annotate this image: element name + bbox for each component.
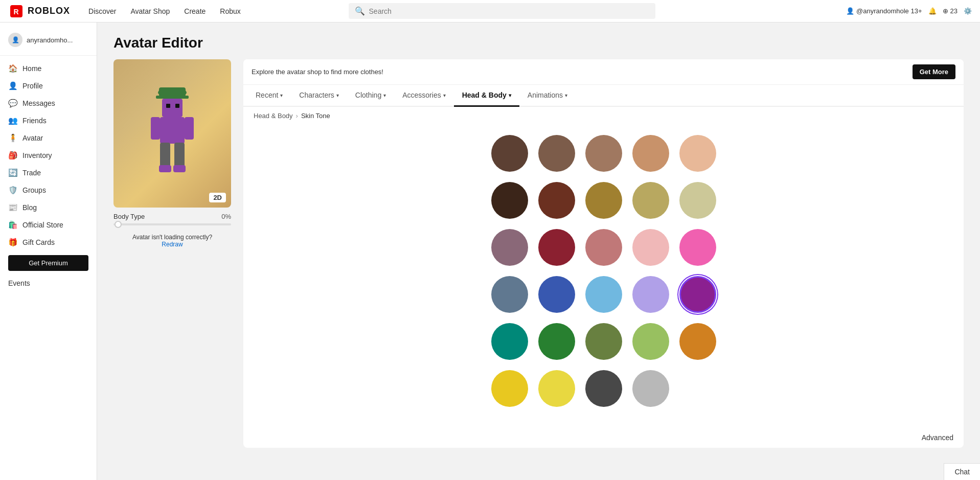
tab-recent-label: Recent xyxy=(256,91,278,99)
color-row xyxy=(264,182,943,219)
chat-button[interactable]: Chat xyxy=(944,463,980,480)
color-swatch[interactable] xyxy=(491,276,528,313)
sidebar-item-messages[interactable]: 💬 Messages xyxy=(0,95,97,112)
color-swatch[interactable] xyxy=(491,182,528,219)
color-swatch[interactable] xyxy=(538,323,575,360)
sidebar-item-blog[interactable]: 📰 Blog xyxy=(0,199,97,216)
color-row xyxy=(264,370,943,407)
sidebar-user[interactable]: 👤 anyrandomho... xyxy=(0,29,97,56)
color-swatch[interactable] xyxy=(679,229,716,266)
color-swatch[interactable] xyxy=(632,276,669,313)
color-swatch[interactable] xyxy=(491,229,528,266)
sidebar-item-trade[interactable]: 🔄 Trade xyxy=(0,164,97,181)
sidebar-blog-label: Blog xyxy=(22,203,37,212)
sidebar-item-events[interactable]: Events xyxy=(0,275,97,291)
chevron-down-icon: ▾ xyxy=(509,93,511,98)
svg-rect-7 xyxy=(175,104,179,108)
color-swatch[interactable] xyxy=(538,229,575,266)
sidebar-item-groups[interactable]: 🛡️ Groups xyxy=(0,181,97,199)
svg-rect-13 xyxy=(159,165,171,172)
advanced-row[interactable]: Advanced xyxy=(243,427,964,448)
tab-characters-label: Characters xyxy=(299,91,334,99)
search-input[interactable] xyxy=(369,7,649,15)
color-swatch[interactable] xyxy=(585,135,622,172)
tab-accessories[interactable]: Accessories ▾ xyxy=(394,85,453,107)
color-swatch[interactable] xyxy=(632,182,669,219)
tab-recent[interactable]: Recent ▾ xyxy=(247,85,291,107)
color-swatch[interactable] xyxy=(538,276,575,313)
chevron-down-icon: ▾ xyxy=(443,93,446,98)
color-swatch[interactable] xyxy=(585,182,622,219)
body-type-slider-container[interactable] xyxy=(113,223,231,225)
home-icon: 🏠 xyxy=(8,64,17,73)
breadcrumb-parent[interactable]: Head & Body xyxy=(254,112,293,120)
settings-btn[interactable]: ⚙️ xyxy=(964,7,972,15)
nav-links: Discover Avatar Shop Create Robux xyxy=(82,4,247,18)
tab-animations[interactable]: Animations ▾ xyxy=(519,85,576,107)
tab-head-body-label: Head & Body xyxy=(462,91,507,99)
logo[interactable]: R ROBLOX xyxy=(8,3,70,19)
sidebar-profile-label: Profile xyxy=(22,82,43,90)
avatar-icon: 🧍 xyxy=(8,133,17,143)
color-row xyxy=(264,229,943,266)
nav-robux[interactable]: Robux xyxy=(214,4,246,18)
color-swatch[interactable] xyxy=(538,182,575,219)
svg-rect-11 xyxy=(160,143,170,168)
user-menu[interactable]: 👤 @anyrandomhole 13+ xyxy=(846,7,922,15)
color-swatch[interactable] xyxy=(585,370,622,407)
nav-avatar-shop[interactable]: Avatar Shop xyxy=(124,4,176,18)
body-type-label: Body Type xyxy=(113,213,145,220)
tab-clothing[interactable]: Clothing ▾ xyxy=(347,85,394,107)
color-swatch[interactable] xyxy=(632,323,669,360)
sidebar-avatar-label: Avatar xyxy=(22,134,43,142)
tab-head-body[interactable]: Head & Body ▾ xyxy=(454,85,519,107)
redraw-link[interactable]: Redraw xyxy=(162,241,183,248)
color-swatch[interactable] xyxy=(491,370,528,407)
gift-cards-icon: 🎁 xyxy=(8,238,17,247)
color-swatch[interactable] xyxy=(585,276,622,313)
robux-count: 23 xyxy=(950,7,958,15)
color-swatch[interactable] xyxy=(632,135,669,172)
trade-icon: 🔄 xyxy=(8,168,17,177)
color-swatch[interactable] xyxy=(679,135,716,172)
color-swatch[interactable] xyxy=(491,323,528,360)
color-swatch[interactable] xyxy=(491,135,528,172)
nav-discover[interactable]: Discover xyxy=(82,4,122,18)
avatar-panel: 2D Body Type 0% Avatar isn't loading cor… xyxy=(113,59,231,248)
sidebar-item-profile[interactable]: 👤 Profile xyxy=(0,77,97,95)
color-swatch[interactable] xyxy=(632,370,669,407)
page-title: Avatar Editor xyxy=(113,35,964,51)
search-bar: 🔍 xyxy=(349,3,655,19)
nav-create[interactable]: Create xyxy=(178,4,212,18)
sidebar-item-inventory[interactable]: 🎒 Inventory xyxy=(0,147,97,164)
sidebar-item-gift-cards[interactable]: 🎁 Gift Cards xyxy=(0,234,97,251)
svg-rect-12 xyxy=(174,143,185,168)
color-swatch[interactable] xyxy=(585,323,622,360)
sidebar-item-official-store[interactable]: 🛍️ Official Store xyxy=(0,216,97,234)
body-type-row: Body Type 0% xyxy=(113,213,231,220)
color-swatch[interactable] xyxy=(679,276,716,313)
body-type-slider-thumb[interactable] xyxy=(115,221,122,228)
color-swatch[interactable] xyxy=(679,182,716,219)
robux-display[interactable]: ⊕ 23 xyxy=(943,7,958,15)
get-more-button[interactable]: Get More xyxy=(913,64,955,79)
color-swatch[interactable] xyxy=(538,135,575,172)
friends-icon: 👥 xyxy=(8,116,17,125)
nav-right: 👤 @anyrandomhole 13+ 🔔 ⊕ 23 ⚙️ xyxy=(846,7,972,15)
color-swatch[interactable] xyxy=(679,370,716,407)
tab-characters[interactable]: Characters ▾ xyxy=(291,85,347,107)
body-type-pct: 0% xyxy=(221,213,231,220)
svg-text:R: R xyxy=(13,8,19,16)
svg-rect-4 xyxy=(156,96,189,99)
color-swatch[interactable] xyxy=(679,323,716,360)
sidebar-item-avatar[interactable]: 🧍 Avatar xyxy=(0,129,97,147)
color-swatch[interactable] xyxy=(632,229,669,266)
sidebar-item-home[interactable]: 🏠 Home xyxy=(0,60,97,77)
notifications-btn[interactable]: 🔔 xyxy=(928,7,937,15)
search-icon: 🔍 xyxy=(355,6,365,16)
color-swatch[interactable] xyxy=(585,229,622,266)
explore-text: Explore the avatar shop to find more clo… xyxy=(252,68,383,76)
color-swatch[interactable] xyxy=(538,370,575,407)
sidebar-item-friends[interactable]: 👥 Friends xyxy=(0,112,97,129)
get-premium-button[interactable]: Get Premium xyxy=(8,255,88,271)
